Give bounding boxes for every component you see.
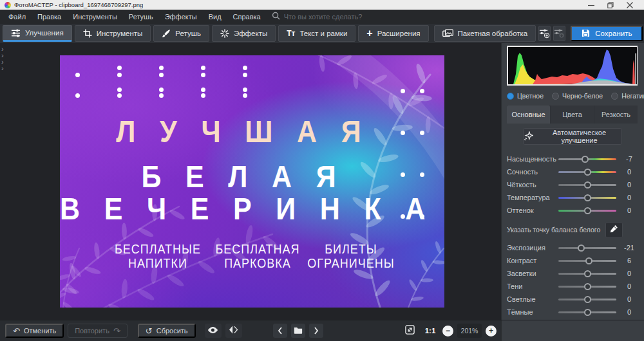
- toolbar-tab-text[interactable]: TтТекст и рамки: [278, 25, 355, 42]
- poster-dot: [243, 66, 247, 70]
- poster-dot: [117, 93, 122, 98]
- window-controls: [582, 0, 639, 10]
- undo-icon: ↶: [13, 327, 20, 335]
- maximize-button[interactable]: [601, 0, 620, 10]
- toolbar-tab-sliders[interactable]: Улучшения: [3, 25, 72, 42]
- menu-item-ретушь[interactable]: Ретушь: [123, 10, 159, 24]
- menu-item-вид[interactable]: Вид: [203, 10, 227, 24]
- panel-tab-резкость[interactable]: Резкость: [594, 106, 638, 124]
- poster-title-line: Б Е Л А Я: [60, 159, 428, 194]
- poster-dot: [201, 73, 205, 77]
- zoom-out-button[interactable]: −: [442, 326, 453, 336]
- photomaster-app: ФотоМАСТЕР - clipboard_1697468709297.png…: [0, 0, 644, 341]
- reset-label: Сбросить: [156, 327, 188, 335]
- slider-track[interactable]: [558, 311, 616, 313]
- fit-screen-icon: [405, 325, 415, 337]
- panel-tab-основные[interactable]: Основные: [507, 106, 550, 124]
- zoom-level-value[interactable]: 201%: [457, 324, 482, 338]
- toolbar-tab-batch[interactable]: Пакетная обработка: [434, 25, 536, 42]
- before-after-button[interactable]: [225, 324, 242, 338]
- slider-knob[interactable]: [584, 194, 591, 201]
- mode-radio-label: Черно-белое: [562, 92, 603, 100]
- mode-radio-черно-белое[interactable]: Черно-белое: [552, 92, 603, 100]
- slider-knob[interactable]: [584, 296, 591, 303]
- command-search[interactable]: Что вы хотите сделать?: [272, 11, 363, 23]
- toolbar-tab-wand[interactable]: Эффекты: [212, 25, 276, 42]
- slider-label: Тёмные: [507, 308, 558, 316]
- toolbar-tab-label: Ретушь: [175, 30, 201, 37]
- minimize-button[interactable]: [582, 0, 601, 10]
- floppy-icon: [582, 29, 590, 39]
- close-button[interactable]: [620, 0, 639, 10]
- slider-track[interactable]: [558, 210, 616, 212]
- window-title: ФотоМАСТЕР - clipboard_1697468709297.png: [14, 1, 143, 8]
- search-icon: [272, 11, 280, 23]
- save-button[interactable]: Сохранить: [571, 26, 643, 41]
- slider-track[interactable]: [558, 260, 616, 262]
- toolbar-tab-plus[interactable]: +Расширения: [358, 25, 428, 42]
- panel-tab-цвета[interactable]: Цвета: [551, 106, 594, 124]
- canvas-area: ›››› Л У Ч Ш А ЯБ Е Л А ЯВ Е Ч Е Р И Н К…: [0, 43, 501, 320]
- export-preset-button[interactable]: [553, 26, 565, 41]
- poster-dot: [117, 88, 122, 92]
- eyedropper-button[interactable]: [605, 222, 623, 238]
- previous-photo-button[interactable]: [273, 324, 287, 338]
- menu-item-файл[interactable]: Файл: [3, 10, 32, 24]
- toolbar-tab-label: Улучшения: [25, 29, 64, 37]
- adjustments-panel: ЦветноеЧерно-белоеНегатив ОсновныеЦветаР…: [501, 43, 644, 320]
- next-photo-button[interactable]: [309, 324, 323, 338]
- slider-track[interactable]: [558, 184, 616, 186]
- panel-tabs: ОсновныеЦветаРезкость: [507, 106, 638, 124]
- slider-track[interactable]: [558, 286, 616, 288]
- slider-track[interactable]: [558, 299, 616, 300]
- slider-row: Оттенок0: [507, 204, 638, 217]
- white-balance-label: Указать точку баланса белого: [507, 226, 600, 234]
- slider-label: Засветки: [507, 270, 558, 277]
- left-panel-expanders[interactable]: ››››: [1, 46, 4, 71]
- slider-knob[interactable]: [584, 207, 591, 214]
- mode-radio-цветное[interactable]: Цветное: [507, 92, 544, 100]
- slider-knob[interactable]: [584, 169, 591, 176]
- open-folder-button[interactable]: [291, 324, 305, 338]
- fit-to-screen-button[interactable]: [401, 324, 418, 338]
- poster-dot: [201, 88, 205, 92]
- slider-knob[interactable]: [585, 257, 592, 264]
- add-preset-button[interactable]: [538, 26, 551, 41]
- menu-item-правка[interactable]: Правка: [32, 10, 67, 24]
- slider-row: Тени0: [507, 280, 638, 293]
- slider-track[interactable]: [558, 158, 616, 160]
- poster-title-line: Л У Ч Ш А Я: [60, 114, 428, 149]
- slider-knob[interactable]: [584, 309, 591, 316]
- mode-radio-негатив[interactable]: Негатив: [611, 92, 644, 100]
- auto-enhance-button[interactable]: Автоматическое улучшение: [523, 128, 622, 145]
- slider-knob[interactable]: [578, 244, 585, 252]
- slider-knob[interactable]: [584, 181, 591, 189]
- slider-knob[interactable]: [584, 283, 591, 290]
- color-mode-group: ЦветноеЧерно-белоеНегатив: [507, 92, 638, 100]
- reset-button[interactable]: ↺ Сбросить: [138, 324, 196, 338]
- slider-label: Светлые: [507, 295, 558, 303]
- menu-item-инструменты[interactable]: Инструменты: [67, 10, 123, 24]
- edited-photo[interactable]: Л У Ч Ш А ЯБ Е Л А ЯВ Е Ч Е Р И Н К А БЕ…: [60, 55, 444, 308]
- toolbar-tab-crop[interactable]: Инструменты: [75, 25, 151, 42]
- slider-track[interactable]: [558, 171, 616, 173]
- toolbar-tab-label: Пакетная обработка: [458, 30, 528, 37]
- show-original-button[interactable]: [205, 324, 222, 338]
- redo-button[interactable]: Повторить ↷: [68, 324, 128, 338]
- actual-size-button[interactable]: 1:1: [422, 324, 439, 338]
- zoom-controls: 1:1 − 201% +: [401, 324, 497, 338]
- redo-label: Повторить: [75, 327, 109, 335]
- slider-knob[interactable]: [584, 270, 591, 277]
- undo-button[interactable]: ↶ Отменить: [5, 324, 64, 338]
- toolbar-tab-brush[interactable]: Ретушь: [153, 25, 209, 42]
- slider-track[interactable]: [558, 273, 616, 275]
- eyedropper-icon: [610, 224, 618, 235]
- zoom-in-button[interactable]: +: [486, 326, 497, 336]
- slider-label: Тени: [507, 282, 558, 290]
- menu-item-эффекты[interactable]: Эффекты: [159, 10, 203, 24]
- poster-footer-column: БИЛЕТЫОГРАНИЧЕНЫ: [287, 242, 415, 271]
- slider-track[interactable]: [558, 247, 616, 249]
- menu-item-справка[interactable]: Справка: [227, 10, 267, 24]
- slider-track[interactable]: [558, 197, 616, 199]
- slider-knob[interactable]: [582, 156, 589, 163]
